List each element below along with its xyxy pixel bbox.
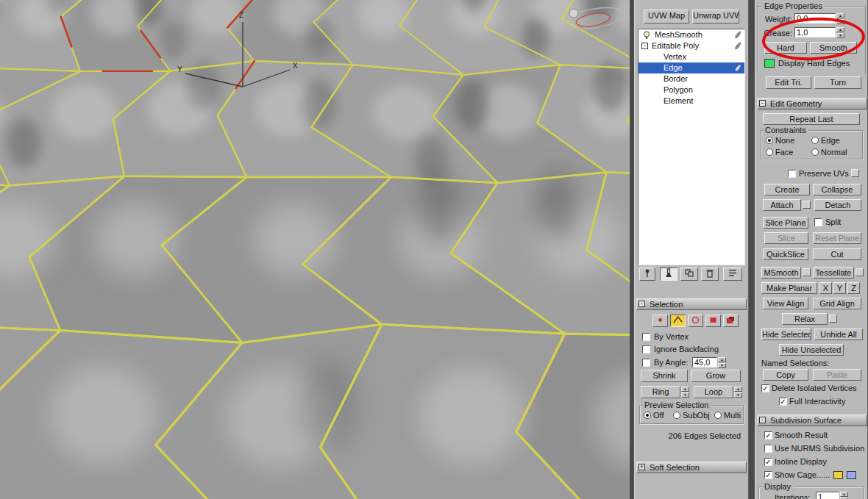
- create-button[interactable]: Create: [764, 184, 810, 195]
- turn-button[interactable]: Turn: [814, 76, 861, 89]
- constraint-face-radio[interactable]: [766, 148, 773, 156]
- slice-button[interactable]: Slice: [764, 232, 808, 244]
- subobject-edge-button[interactable]: [670, 315, 686, 327]
- weight-field[interactable]: 0,0: [794, 13, 836, 24]
- stack-item-edge[interactable]: Edge: [638, 62, 744, 73]
- tree-collapse-box[interactable]: -: [641, 43, 648, 49]
- make-planar-y-button[interactable]: Y: [833, 282, 846, 294]
- stack-item-polygon[interactable]: Polygon: [638, 85, 744, 96]
- by-angle-checkbox[interactable]: [642, 359, 650, 367]
- attach-button[interactable]: Attach: [763, 199, 801, 211]
- crease-field[interactable]: 1,0: [794, 27, 836, 37]
- iterations-spinner[interactable]: ▲ ▼: [840, 492, 848, 499]
- spinner-up[interactable]: ▲: [836, 13, 844, 18]
- subobject-polygon-button[interactable]: [705, 315, 721, 327]
- relax-button[interactable]: Relax: [782, 313, 828, 325]
- view-align-button[interactable]: View Align: [763, 298, 808, 309]
- make-planar-x-button[interactable]: X: [819, 282, 832, 294]
- split-checkbox[interactable]: [814, 218, 822, 226]
- reset-plane-button[interactable]: Reset Plane: [813, 232, 861, 244]
- by-angle-spinner[interactable]: ▲ ▼: [718, 357, 726, 368]
- stack-item-vertex[interactable]: Vertex: [638, 51, 744, 62]
- paste-button[interactable]: Paste: [813, 369, 861, 381]
- bulb-icon[interactable]: [641, 30, 652, 40]
- use-nurms-checkbox[interactable]: [764, 445, 772, 453]
- preserve-uvs-settings-button[interactable]: [851, 169, 859, 177]
- grow-button[interactable]: Grow: [691, 370, 741, 382]
- smooth-button[interactable]: Smooth: [810, 42, 857, 54]
- cage-color-swatch-1[interactable]: [833, 471, 843, 479]
- stack-item-element[interactable]: Element: [638, 96, 744, 107]
- copy-button[interactable]: Copy: [763, 369, 808, 381]
- msmooth-button[interactable]: MSmooth: [761, 267, 801, 279]
- expand-icon[interactable]: +: [638, 464, 645, 470]
- spinner-up[interactable]: ▲: [840, 492, 848, 497]
- spinner-down[interactable]: ▼: [718, 363, 726, 368]
- cage-color-swatch-2[interactable]: [847, 471, 856, 479]
- by-vertex-checkbox[interactable]: [642, 333, 650, 341]
- collapse-icon[interactable]: -: [759, 100, 766, 107]
- remove-modifier-button[interactable]: [701, 268, 719, 281]
- subobject-border-button[interactable]: [688, 315, 703, 327]
- ring-button[interactable]: Ring: [641, 386, 680, 398]
- constraint-none-radio[interactable]: [766, 137, 773, 144]
- unhide-all-button[interactable]: Unhide All: [814, 329, 863, 340]
- full-interactivity-checkbox[interactable]: ✓: [779, 398, 787, 406]
- preview-multi-radio[interactable]: [714, 412, 722, 419]
- spinner-up[interactable]: ▲: [734, 387, 742, 392]
- tessellate-settings-button[interactable]: [855, 268, 864, 276]
- subobject-vertex-button[interactable]: [652, 315, 668, 327]
- selection-rollout-header[interactable]: - Selection: [636, 298, 747, 310]
- preview-subobj-radio[interactable]: [673, 412, 680, 419]
- delete-isolated-vertices-checkbox[interactable]: ✓: [761, 384, 769, 392]
- configure-modifier-sets-button[interactable]: [723, 268, 742, 281]
- repeat-last-button[interactable]: Repeat Last: [763, 113, 860, 125]
- make-unique-button[interactable]: [680, 268, 698, 281]
- spinner-down[interactable]: ▼: [734, 392, 742, 398]
- edit-tri-button[interactable]: Edit Tri.: [766, 76, 811, 89]
- spinner-up[interactable]: ▲: [718, 357, 726, 362]
- loop-button[interactable]: Loop: [694, 386, 733, 398]
- iterations-field[interactable]: 1: [816, 492, 839, 499]
- preserve-uvs-checkbox[interactable]: [788, 170, 796, 178]
- spinner-down[interactable]: ▼: [836, 19, 844, 24]
- collapse-icon[interactable]: -: [759, 417, 766, 423]
- subdivision-surface-rollout-header[interactable]: - Subdivision Surface: [757, 414, 867, 426]
- hide-unselected-button[interactable]: Hide Unselected: [779, 344, 844, 356]
- uvw-map-button[interactable]: UVW Map: [644, 10, 689, 24]
- unwrap-uvw-button[interactable]: Unwrap UVW: [692, 10, 739, 24]
- by-angle-field[interactable]: 45,0: [692, 357, 717, 367]
- pin-stack-button[interactable]: [639, 268, 655, 281]
- collapse-button[interactable]: Collapse: [813, 184, 861, 195]
- collapse-icon[interactable]: -: [638, 301, 645, 307]
- constraint-normal-radio[interactable]: [811, 148, 819, 156]
- detach-button[interactable]: Detach: [814, 199, 861, 211]
- weight-spinner[interactable]: ▲ ▼: [836, 13, 844, 24]
- grid-align-button[interactable]: Grid Align: [813, 298, 861, 309]
- stack-item-border[interactable]: Border: [638, 73, 744, 85]
- slice-plane-button[interactable]: Slice Plane: [763, 217, 808, 229]
- constraint-edge-radio[interactable]: [811, 137, 819, 144]
- ignore-backfacing-checkbox[interactable]: [642, 345, 650, 353]
- show-cage-checkbox[interactable]: ✓: [764, 471, 772, 479]
- stack-item-meshsmooth[interactable]: MeshSmooth: [638, 29, 744, 40]
- crease-spinner[interactable]: ▲ ▼: [836, 27, 844, 38]
- tessellate-button[interactable]: Tessellate: [813, 267, 854, 279]
- attach-list-button[interactable]: [803, 201, 811, 209]
- make-planar-z-button[interactable]: Z: [847, 282, 860, 294]
- soft-selection-rollout-header[interactable]: + Soft Selection: [636, 462, 747, 473]
- subobject-element-button[interactable]: [723, 315, 739, 327]
- ring-spinner[interactable]: ▲ ▼: [681, 387, 689, 398]
- relax-settings-button[interactable]: [829, 315, 837, 323]
- modifier-stack-list[interactable]: MeshSmooth - Editable Poly Vertex Edge B…: [638, 29, 745, 265]
- spinner-down[interactable]: ▼: [681, 392, 689, 398]
- viewport-canvas[interactable]: Z Y X: [0, 0, 630, 499]
- edit-geometry-rollout-header[interactable]: - Edit Geometry: [757, 98, 867, 110]
- hard-edge-color-swatch[interactable]: [764, 59, 775, 68]
- make-planar-button[interactable]: Make Planar: [761, 282, 817, 294]
- spinner-up[interactable]: ▲: [681, 387, 689, 392]
- cut-button[interactable]: Cut: [813, 248, 861, 260]
- isoline-display-checkbox[interactable]: ✓: [764, 458, 772, 466]
- spinner-down[interactable]: ▼: [836, 33, 844, 38]
- shrink-button[interactable]: Shrink: [641, 370, 688, 382]
